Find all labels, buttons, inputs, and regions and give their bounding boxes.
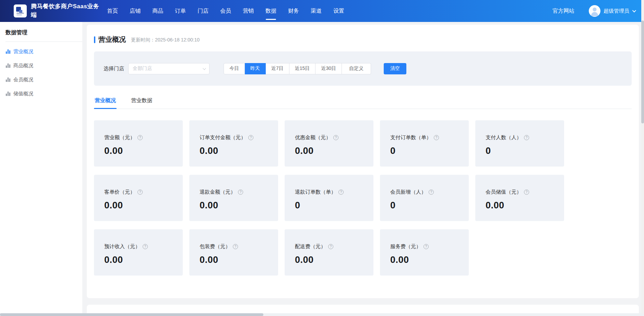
help-icon[interactable]: ?: [138, 135, 143, 140]
stat-label: 优惠金额（元）: [295, 134, 331, 141]
date-range-7days-button[interactable]: 近7日: [266, 63, 289, 74]
nav-item-marketing[interactable]: 营销: [243, 5, 254, 17]
bar-chart-icon: [6, 92, 10, 96]
overview-tabs: 营业概况 营业数据: [94, 95, 632, 109]
nav-item-orders[interactable]: 订单: [175, 5, 186, 17]
vertical-scrollbar[interactable]: [641, 0, 644, 316]
stat-label: 会员储值（元）: [486, 189, 522, 195]
stat-label: 支付订单数（单）: [390, 134, 431, 141]
stat-card-refund-orders: 退款订单数（单）? 0: [285, 175, 373, 221]
help-icon[interactable]: ?: [138, 190, 143, 195]
stat-label: 支付人数（人）: [486, 134, 522, 141]
stat-value: 0: [390, 200, 469, 211]
date-range-yesterday-button[interactable]: 昨天: [245, 63, 266, 74]
stat-card-new-members: 会员新增（人）? 0: [380, 175, 469, 221]
accent-bar: [94, 36, 95, 43]
official-site-link[interactable]: 官方网站: [552, 8, 574, 15]
help-icon[interactable]: ?: [524, 135, 529, 140]
store-select-placeholder: 全部门店: [133, 65, 152, 72]
stat-value: 0.00: [200, 255, 278, 265]
date-range-15days-button[interactable]: 近15日: [289, 63, 316, 74]
nav-item-shop[interactable]: 店铺: [130, 5, 141, 17]
logo-glyph: [16, 7, 21, 12]
stat-value: 0.00: [390, 255, 469, 265]
store-select[interactable]: 全部门店: [128, 63, 210, 74]
nav-item-goods[interactable]: 商品: [152, 5, 163, 17]
horizontal-scrollbar-thumb[interactable]: [0, 313, 263, 316]
stat-card-expected-income: 预计收入（元）? 0.00: [94, 229, 183, 276]
user-menu[interactable]: 超级管理员: [589, 5, 635, 17]
bar-chart-icon: [6, 63, 10, 68]
nav-item-stores[interactable]: 门店: [198, 5, 208, 17]
chevron-down-icon: [203, 66, 206, 70]
help-icon[interactable]: ?: [248, 135, 253, 140]
logo-text-line: [16, 14, 22, 15]
user-avatar-icon: [589, 5, 600, 17]
nav-item-finance[interactable]: 财务: [288, 5, 299, 17]
sidebar-item-goods-overview[interactable]: 商品概况: [0, 59, 82, 73]
stat-label: 订单支付金额（元）: [200, 134, 246, 141]
help-icon[interactable]: ?: [328, 244, 333, 249]
help-icon[interactable]: ?: [238, 190, 243, 195]
help-icon[interactable]: ?: [338, 190, 344, 195]
help-icon[interactable]: ?: [429, 190, 434, 195]
stat-value: 0.00: [486, 200, 564, 211]
stat-label: 服务费（元）: [390, 243, 421, 250]
bar-chart-icon: [6, 77, 10, 82]
main-nav: 首页 店铺 商品 订单 门店 会员 营销 数据 财务 渠道 设置: [107, 5, 344, 17]
nav-item-settings[interactable]: 设置: [333, 5, 344, 17]
top-navbar: 腾马餐饮多商户Saas业务端 首页 店铺 商品 订单 门店 会员 营销 数据 财…: [0, 0, 644, 22]
date-range-custom-button[interactable]: 自定义: [342, 63, 371, 74]
update-time: 更新时间：2025-06-18 12:00:10: [131, 36, 200, 43]
stat-card-packaging-fee: 包装费（元）? 0.00: [189, 229, 278, 276]
page-title: 营业概况: [98, 35, 126, 44]
nav-item-home[interactable]: 首页: [107, 5, 118, 17]
help-icon[interactable]: ?: [524, 190, 529, 195]
business-overview-panel: 营业概况 更新时间：2025-06-18 12:00:10 选择门店 全部门店 …: [87, 25, 639, 298]
stat-card-paid-orders: 支付订单数（单）? 0: [380, 120, 469, 167]
stat-card-grid: 营业额（元）? 0.00 订单支付金额（元）? 0.00 优惠金额（元）? 0.…: [94, 120, 632, 276]
sidebar-item-label: 储值概况: [13, 90, 33, 97]
app-logo-icon: [14, 4, 27, 17]
sidebar-item-business-overview[interactable]: 营业概况: [0, 45, 82, 59]
nav-item-members[interactable]: 会员: [220, 5, 231, 17]
help-icon[interactable]: ?: [333, 135, 338, 140]
stat-label: 会员新增（人）: [390, 189, 426, 195]
help-icon[interactable]: ?: [434, 135, 439, 140]
stat-label: 配送费（元）: [295, 243, 326, 250]
sidebar-item-label: 商品概况: [13, 62, 33, 69]
sidebar-item-stored-value-overview[interactable]: 储值概况: [0, 87, 82, 101]
stat-value: 0: [486, 146, 564, 156]
chevron-down-icon: [632, 9, 636, 12]
vertical-scrollbar-thumb[interactable]: [641, 21, 644, 123]
stat-card-order-paid-amount: 订单支付金额（元）? 0.00: [189, 120, 278, 167]
bar-chart-icon: [6, 49, 10, 54]
stat-value: 0.00: [104, 200, 183, 211]
clear-button[interactable]: 清空: [384, 63, 406, 74]
sidebar-item-label: 营业概况: [13, 48, 33, 55]
sidebar-divider: [5, 41, 82, 42]
help-icon[interactable]: ?: [233, 244, 238, 249]
filter-bar: 选择门店 全部门店 今日 昨天 近7日 近15日 近30日 自定义 清空: [94, 51, 632, 86]
nav-item-channels[interactable]: 渠道: [311, 5, 322, 17]
stat-label: 营业额（元）: [104, 134, 135, 141]
tab-business-data[interactable]: 营业数据: [130, 95, 153, 109]
date-range-today-button[interactable]: 今日: [224, 63, 245, 74]
stat-card-discount-amount: 优惠金额（元）? 0.00: [285, 120, 373, 167]
store-select-label: 选择门店: [104, 65, 124, 72]
help-icon[interactable]: ?: [143, 244, 148, 249]
stat-value: 0.00: [200, 200, 278, 211]
stat-value: 0.00: [295, 146, 373, 156]
horizontal-scrollbar[interactable]: [0, 313, 644, 316]
stat-value: 0.00: [200, 146, 278, 156]
stat-card-avg-order-value: 客单价（元）? 0.00: [94, 175, 183, 221]
tab-business-overview[interactable]: 营业概况: [94, 95, 117, 109]
stat-label: 退款订单数（单）: [295, 189, 336, 195]
sidebar-item-member-overview[interactable]: 会员概况: [0, 73, 82, 87]
stat-label: 退款金额（元）: [200, 189, 236, 195]
section-header: 营业概况 更新时间：2025-06-18 12:00:10: [94, 35, 632, 44]
nav-item-data[interactable]: 数据: [265, 5, 276, 17]
help-icon[interactable]: ?: [424, 244, 429, 249]
stat-value: 0.00: [104, 255, 183, 265]
date-range-30days-button[interactable]: 近30日: [315, 63, 342, 74]
